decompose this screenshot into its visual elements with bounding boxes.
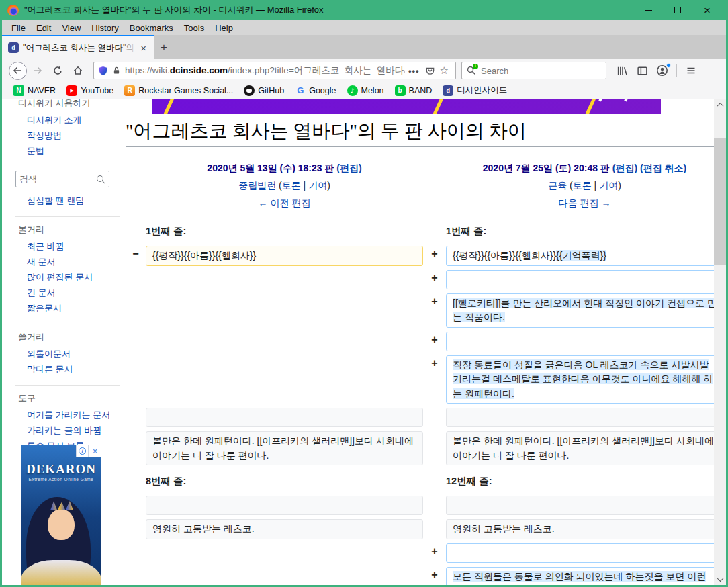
library-icon — [617, 65, 628, 77]
user-link[interactable]: 근육 — [548, 180, 567, 191]
sidebar-item[interactable]: 많이 편집된 문서 — [15, 269, 113, 285]
sidebar-item[interactable]: 최근 바뀜 — [15, 238, 113, 254]
minimize-button[interactable] — [633, 1, 663, 19]
sidebar-item[interactable]: 새 문서 — [15, 254, 113, 269]
bookmark-item[interactable]: bBAND — [390, 84, 437, 97]
sidebar-toggle-icon — [637, 65, 648, 77]
forward-button[interactable] — [28, 61, 48, 80]
sidebar-item[interactable]: 문법 — [15, 143, 113, 159]
page-actions-icon[interactable]: ••• — [405, 66, 423, 76]
search-bar[interactable]: + — [461, 62, 606, 79]
diff-marker: + — [423, 294, 446, 308]
back-button[interactable] — [7, 61, 28, 80]
library-button[interactable] — [612, 61, 632, 80]
prev-next-edit-link[interactable]: ← 이전 편집 — [259, 197, 311, 208]
diff-headers: 2020년 5월 13일 (수) 18:23 판 (편집)중립빌런 (토론 | … — [126, 159, 723, 212]
user-link[interactable]: 토론 — [573, 180, 592, 191]
sidebar-item[interactable]: 짧은문서 — [15, 300, 113, 316]
user-link[interactable]: 토론 — [282, 180, 301, 191]
bookmark-item[interactable]: GitHub — [239, 84, 289, 97]
user-link[interactable]: 중립빌런 — [238, 180, 276, 191]
bookmark-item[interactable]: NNAVER — [9, 84, 60, 97]
bookmark-item[interactable]: ▶YouTube — [62, 84, 118, 97]
close-button[interactable]: × — [692, 1, 722, 19]
tab-close-icon[interactable]: × — [137, 41, 150, 55]
diff-text: {{평작}}{{아름}}{{헬회사}} — [152, 250, 256, 261]
search-engine-icon[interactable]: + — [466, 65, 477, 76]
ad-close-button[interactable]: × — [89, 445, 101, 457]
menu-item-history[interactable]: History — [86, 21, 124, 34]
revision-nav-line: ← 이전 편집 — [146, 194, 423, 212]
line-header: 1번째 줄: — [446, 225, 723, 238]
ad-character-crown — [50, 501, 73, 510]
sidebar-item[interactable]: 디시위키 소개 — [15, 112, 113, 128]
revision-date-link[interactable]: 2020년 7월 25일 (토) 20:48 판 — [483, 163, 610, 173]
edit-link[interactable]: (편집) — [610, 163, 637, 173]
user-line-text: ) — [618, 180, 621, 191]
bookmark-item[interactable]: RRockstar Games Social... — [120, 84, 238, 97]
top-banner-ad[interactable] — [152, 99, 661, 114]
user-link[interactable]: 기여 — [599, 180, 618, 191]
bookmark-label: 디시인사이드 — [457, 85, 507, 96]
new-tab-button[interactable]: + — [154, 39, 174, 56]
sidebar-item[interactable]: 막다른 문서 — [15, 361, 113, 377]
menu-item-file[interactable]: File — [6, 21, 31, 34]
account-button[interactable] — [652, 61, 672, 80]
ad-character-armor — [21, 560, 101, 585]
bookmark-item[interactable]: ♪Melon — [343, 84, 389, 97]
github-icon — [244, 85, 255, 96]
bookmark-item[interactable]: d디시인사이드 — [438, 83, 512, 97]
user-link[interactable]: 기여 — [308, 180, 327, 191]
scrollbar-thumb[interactable] — [714, 138, 726, 265]
scroll-down-button[interactable] — [714, 574, 726, 585]
menu-item-tools[interactable]: Tools — [179, 21, 210, 34]
sidebar-item[interactable]: 가리키는 글의 바뀜 — [15, 422, 113, 438]
menu-item-bookmarks[interactable]: Bookmarks — [124, 21, 179, 34]
active-tab[interactable]: d "어그레츠코 회사는 열바다"의 × — [2, 35, 154, 59]
melon-icon: ♪ — [347, 85, 358, 96]
bookmark-label: GitHub — [258, 86, 284, 95]
sidebar-search-input[interactable] — [19, 174, 96, 184]
sidebar-item[interactable]: 긴 문서 — [15, 285, 113, 300]
user-line-text: ) — [327, 180, 330, 191]
prev-next-edit-link[interactable]: 다음 편집 → — [559, 197, 611, 208]
edit-link[interactable]: (편집) — [334, 163, 361, 173]
edit-link[interactable]: (편집 취소) — [637, 163, 686, 173]
tracking-protection-shield-icon[interactable] — [98, 66, 108, 76]
scroll-up-button[interactable] — [714, 99, 726, 111]
page-title: "어그레츠코 회사는 열바다"의 두 판 사이의 차이 — [126, 118, 723, 147]
menu-item-help[interactable]: Help — [210, 21, 238, 34]
menu-item-view[interactable]: View — [56, 21, 86, 34]
ad-info-button[interactable]: i — [76, 445, 89, 457]
maximize-button[interactable] — [663, 1, 692, 19]
search-input[interactable] — [481, 66, 602, 76]
bookmark-star-icon[interactable]: ☆ — [437, 64, 451, 77]
reload-button[interactable] — [48, 61, 68, 80]
revision-date-line: 2020년 5월 13일 (수) 18:23 판 (편집) — [146, 159, 423, 177]
vertical-scrollbar[interactable] — [714, 99, 726, 585]
scrollbar-track[interactable] — [714, 111, 726, 574]
diff-change-row: 볼만은 한데 원패턴이다. [[아프리카의 샐러리맨]]보다 사회내에 이야기는… — [126, 431, 723, 465]
context-line: 영원히 고통받는 레츠코. — [146, 519, 423, 539]
diff-text: 영원히 고통받는 레츠코. — [453, 523, 555, 534]
back-icon — [9, 62, 27, 80]
hamburger-icon — [686, 65, 696, 76]
search-icon[interactable] — [96, 175, 105, 184]
sidebar-toggle-button[interactable] — [632, 61, 652, 80]
menu-item-edit[interactable]: Edit — [31, 21, 56, 34]
sidebar-item[interactable]: 외톨이문서 — [15, 346, 113, 361]
sidebar-item[interactable]: 작성방법 — [15, 128, 113, 143]
revision-date-link[interactable]: 2020년 5월 13일 (수) 18:23 판 — [207, 163, 334, 173]
bookmark-label: Google — [309, 86, 336, 95]
sidebar-section: 디시위키 사용하기디시위키 소개작성방법문법 — [15, 99, 120, 164]
sidebar-item[interactable]: 심심할 땐 랜덤 — [15, 193, 113, 208]
menu-button[interactable] — [681, 61, 701, 80]
url-bar[interactable]: https://wiki.dcinside.com/index.php?titl… — [93, 62, 456, 79]
added-line: [[헬로키티]]를 만든 산리오에서 현대 직장인 이야기 컨셉으로 만든 작품… — [446, 294, 723, 328]
sidebar-ad[interactable]: i × DEKARON Extreme Action Online Game — [21, 445, 101, 585]
home-button[interactable] — [68, 61, 88, 80]
bookmark-item[interactable]: GGoogle — [290, 84, 340, 97]
added-line — [446, 543, 723, 563]
sidebar-item[interactable]: 여기를 가리키는 문서 — [15, 407, 113, 422]
pocket-icon[interactable] — [425, 66, 435, 76]
